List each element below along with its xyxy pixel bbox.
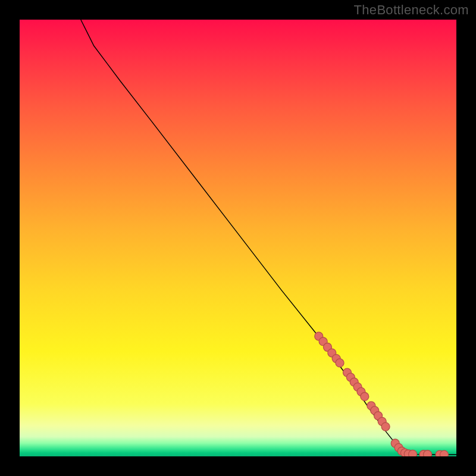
watermark-text: TheBottleneck.com	[354, 2, 469, 18]
bottleneck-curve	[81, 20, 456, 455]
data-marker	[409, 450, 417, 456]
data-marker	[381, 422, 390, 431]
data-marker	[336, 359, 344, 367]
chart-svg	[20, 20, 456, 456]
data-marker	[361, 392, 369, 400]
data-marker	[424, 450, 432, 456]
plot-area	[20, 20, 456, 456]
chart-frame: TheBottleneck.com	[0, 0, 476, 476]
data-marker	[440, 450, 448, 456]
marker-group	[315, 332, 449, 456]
